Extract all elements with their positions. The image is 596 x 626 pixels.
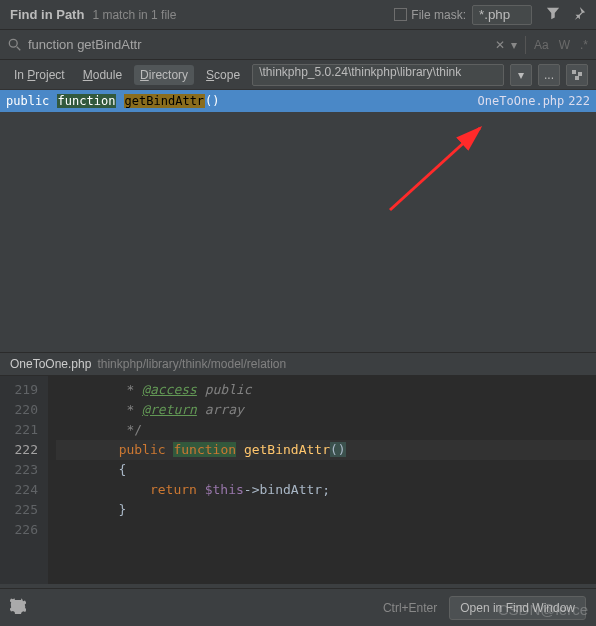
separator [525,36,526,54]
code-preview[interactable]: 219 220 221 222 223 224 225 226 * @acces… [0,376,596,584]
result-file: OneToOne.php [478,94,565,108]
search-icon [8,38,22,52]
svg-point-0 [9,39,17,47]
recursive-toggle[interactable] [566,64,588,86]
results-pane: public function getBindAttr() OneToOne.p… [0,90,596,352]
pin-icon[interactable] [572,6,586,23]
preview-header: OneToOne.php thinkphp/library/think/mode… [0,352,596,376]
browse-button[interactable]: ... [538,64,560,86]
result-row[interactable]: public function getBindAttr() OneToOne.p… [0,90,596,112]
svg-line-1 [17,46,21,50]
match-count: 1 match in 1 file [92,8,176,22]
tab-module[interactable]: Module [77,65,128,85]
dialog-title: Find in Path [10,7,84,22]
scope-bar: In Project Module Directory Scope \think… [0,60,596,90]
file-mask-input[interactable] [472,5,532,25]
directory-path-input[interactable]: \thinkphp_5.0.24\thinkphp\library\think [252,64,504,86]
filter-icon[interactable] [546,6,560,23]
file-mask-label: File mask: [411,8,466,22]
tab-directory[interactable]: Directory [134,65,194,85]
search-input[interactable] [28,37,495,52]
gutter: 219 220 221 222 223 224 225 226 [0,376,48,584]
whole-word-toggle[interactable]: W [559,38,570,52]
title-bar: Find in Path 1 match in 1 file File mask… [0,0,596,30]
match-case-toggle[interactable]: Aa [534,38,549,52]
regex-toggle[interactable]: .* [580,38,588,52]
result-text: public function getBindAttr() [6,94,220,108]
svg-rect-3 [578,72,582,76]
search-bar: ✕ ▾ Aa W .* [0,30,596,60]
svg-rect-4 [575,76,579,80]
history-dropdown-button[interactable]: ▾ [510,64,532,86]
clear-icon[interactable]: ✕ [495,38,505,52]
history-icon[interactable]: ▾ [511,38,517,52]
preview-file: OneToOne.php [10,357,91,371]
annotation-arrow [380,120,500,220]
preview-path: thinkphp/library/think/model/relation [97,357,286,371]
footer: Ctrl+Enter Open in Find Window [0,588,596,626]
open-in-find-window-button[interactable]: Open in Find Window [449,596,586,620]
svg-rect-2 [572,70,576,74]
svg-line-5 [390,128,480,210]
shortcut-hint: Ctrl+Enter [383,601,437,615]
gear-icon[interactable] [10,598,26,617]
result-line: 222 [568,94,590,108]
file-mask-checkbox[interactable] [394,8,407,21]
tab-in-project[interactable]: In Project [8,65,71,85]
tab-scope[interactable]: Scope [200,65,246,85]
code-body: * @access public * @return array */ publ… [48,376,596,584]
